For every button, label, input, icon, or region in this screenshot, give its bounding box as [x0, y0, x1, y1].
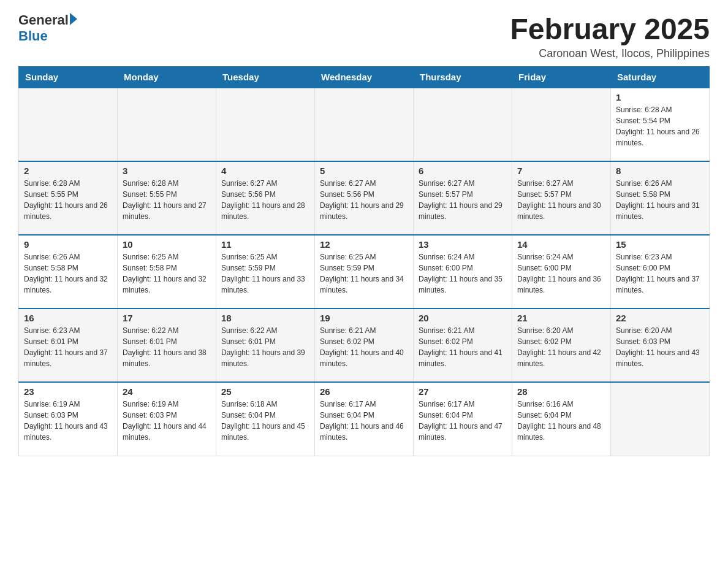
calendar-cell: 19Sunrise: 6:21 AMSunset: 6:02 PMDayligh… — [315, 308, 414, 382]
calendar-cell — [414, 88, 512, 161]
day-number: 21 — [517, 313, 605, 323]
day-info: Sunrise: 6:27 AMSunset: 5:56 PMDaylight:… — [320, 178, 408, 222]
calendar-cell: 17Sunrise: 6:22 AMSunset: 6:01 PMDayligh… — [118, 308, 216, 382]
day-number: 11 — [221, 239, 309, 250]
day-info: Sunrise: 6:27 AMSunset: 5:57 PMDaylight:… — [517, 178, 605, 222]
weekday-header-friday: Friday — [512, 67, 611, 88]
calendar-cell: 3Sunrise: 6:28 AMSunset: 5:55 PMDaylight… — [118, 161, 216, 235]
logo: General Blue — [18, 12, 77, 44]
day-number: 2 — [24, 166, 112, 176]
calendar-cell — [19, 88, 118, 161]
day-number: 19 — [320, 313, 408, 323]
day-info: Sunrise: 6:17 AMSunset: 6:04 PMDaylight:… — [320, 399, 408, 443]
calendar-cell: 7Sunrise: 6:27 AMSunset: 5:57 PMDaylight… — [512, 161, 611, 235]
calendar-cell: 2Sunrise: 6:28 AMSunset: 5:55 PMDaylight… — [19, 161, 118, 235]
weekday-header-row: SundayMondayTuesdayWednesdayThursdayFrid… — [19, 67, 710, 88]
calendar-cell: 27Sunrise: 6:17 AMSunset: 6:04 PMDayligh… — [414, 382, 512, 456]
day-number: 10 — [123, 239, 211, 250]
day-info: Sunrise: 6:22 AMSunset: 6:01 PMDaylight:… — [123, 325, 211, 369]
day-info: Sunrise: 6:18 AMSunset: 6:04 PMDaylight:… — [221, 399, 309, 443]
day-info: Sunrise: 6:25 AMSunset: 5:59 PMDaylight:… — [221, 251, 309, 296]
day-number: 13 — [419, 239, 507, 250]
day-info: Sunrise: 6:22 AMSunset: 6:01 PMDaylight:… — [221, 325, 309, 369]
calendar-cell: 10Sunrise: 6:25 AMSunset: 5:58 PMDayligh… — [118, 235, 216, 308]
day-number: 17 — [123, 313, 211, 323]
day-info: Sunrise: 6:23 AMSunset: 6:01 PMDaylight:… — [24, 325, 112, 369]
logo-arrow-icon — [70, 13, 77, 25]
weekday-header-sunday: Sunday — [19, 67, 118, 88]
day-number: 4 — [221, 166, 309, 176]
calendar-cell: 9Sunrise: 6:26 AMSunset: 5:58 PMDaylight… — [19, 235, 118, 308]
calendar-cell: 5Sunrise: 6:27 AMSunset: 5:56 PMDaylight… — [315, 161, 414, 235]
calendar-cell: 24Sunrise: 6:19 AMSunset: 6:03 PMDayligh… — [118, 382, 216, 456]
calendar-cell: 15Sunrise: 6:23 AMSunset: 6:00 PMDayligh… — [611, 235, 710, 308]
day-info: Sunrise: 6:27 AMSunset: 5:56 PMDaylight:… — [221, 178, 309, 222]
day-info: Sunrise: 6:24 AMSunset: 6:00 PMDaylight:… — [517, 251, 605, 296]
calendar-week-row: 16Sunrise: 6:23 AMSunset: 6:01 PMDayligh… — [19, 308, 710, 382]
calendar-cell: 13Sunrise: 6:24 AMSunset: 6:00 PMDayligh… — [414, 235, 512, 308]
day-number: 1 — [616, 92, 704, 102]
day-info: Sunrise: 6:28 AMSunset: 5:55 PMDaylight:… — [123, 178, 211, 222]
day-number: 7 — [517, 166, 605, 176]
calendar-cell: 28Sunrise: 6:16 AMSunset: 6:04 PMDayligh… — [512, 382, 611, 456]
weekday-header-tuesday: Tuesday — [216, 67, 315, 88]
day-number: 14 — [517, 239, 605, 250]
calendar-body: 1Sunrise: 6:28 AMSunset: 5:54 PMDaylight… — [19, 88, 710, 456]
calendar-cell: 25Sunrise: 6:18 AMSunset: 6:04 PMDayligh… — [216, 382, 315, 456]
day-number: 27 — [419, 386, 507, 397]
day-number: 8 — [616, 166, 704, 176]
day-number: 25 — [221, 386, 309, 397]
day-info: Sunrise: 6:20 AMSunset: 6:03 PMDaylight:… — [616, 325, 704, 369]
calendar-cell: 11Sunrise: 6:25 AMSunset: 5:59 PMDayligh… — [216, 235, 315, 308]
day-info: Sunrise: 6:19 AMSunset: 6:03 PMDaylight:… — [24, 399, 112, 443]
calendar-cell: 16Sunrise: 6:23 AMSunset: 6:01 PMDayligh… — [19, 308, 118, 382]
day-number: 23 — [24, 386, 112, 397]
day-number: 18 — [221, 313, 309, 323]
calendar-cell: 6Sunrise: 6:27 AMSunset: 5:57 PMDaylight… — [414, 161, 512, 235]
calendar-cell: 18Sunrise: 6:22 AMSunset: 6:01 PMDayligh… — [216, 308, 315, 382]
day-number: 26 — [320, 386, 408, 397]
calendar-cell: 8Sunrise: 6:26 AMSunset: 5:58 PMDaylight… — [611, 161, 710, 235]
logo-general-text: General — [18, 12, 69, 28]
page-header: General Blue February 2025 Caronoan West… — [18, 12, 710, 60]
calendar-cell: 22Sunrise: 6:20 AMSunset: 6:03 PMDayligh… — [611, 308, 710, 382]
calendar-cell — [315, 88, 414, 161]
page-title: February 2025 — [510, 12, 710, 46]
calendar-cell: 4Sunrise: 6:27 AMSunset: 5:56 PMDaylight… — [216, 161, 315, 235]
day-info: Sunrise: 6:20 AMSunset: 6:02 PMDaylight:… — [517, 325, 605, 369]
calendar-cell — [512, 88, 611, 161]
calendar-week-row: 2Sunrise: 6:28 AMSunset: 5:55 PMDaylight… — [19, 161, 710, 235]
day-number: 22 — [616, 313, 704, 323]
day-info: Sunrise: 6:16 AMSunset: 6:04 PMDaylight:… — [517, 399, 605, 443]
day-info: Sunrise: 6:28 AMSunset: 5:54 PMDaylight:… — [616, 104, 704, 148]
calendar-header: SundayMondayTuesdayWednesdayThursdayFrid… — [19, 67, 710, 88]
calendar-week-row: 1Sunrise: 6:28 AMSunset: 5:54 PMDaylight… — [19, 88, 710, 161]
page-subtitle: Caronoan West, Ilocos, Philippines — [510, 47, 710, 60]
day-number: 15 — [616, 239, 704, 250]
calendar-cell: 12Sunrise: 6:25 AMSunset: 5:59 PMDayligh… — [315, 235, 414, 308]
calendar-cell: 23Sunrise: 6:19 AMSunset: 6:03 PMDayligh… — [19, 382, 118, 456]
day-number: 12 — [320, 239, 408, 250]
day-info: Sunrise: 6:26 AMSunset: 5:58 PMDaylight:… — [24, 251, 112, 296]
calendar-cell: 20Sunrise: 6:21 AMSunset: 6:02 PMDayligh… — [414, 308, 512, 382]
weekday-header-saturday: Saturday — [611, 67, 710, 88]
calendar-cell — [216, 88, 315, 161]
weekday-header-wednesday: Wednesday — [315, 67, 414, 88]
day-info: Sunrise: 6:25 AMSunset: 5:58 PMDaylight:… — [123, 251, 211, 296]
logo-blue-text: Blue — [18, 28, 77, 44]
day-number: 16 — [24, 313, 112, 323]
calendar-cell: 26Sunrise: 6:17 AMSunset: 6:04 PMDayligh… — [315, 382, 414, 456]
day-number: 5 — [320, 166, 408, 176]
day-info: Sunrise: 6:26 AMSunset: 5:58 PMDaylight:… — [616, 178, 704, 222]
weekday-header-monday: Monday — [118, 67, 216, 88]
weekday-header-thursday: Thursday — [414, 67, 512, 88]
day-info: Sunrise: 6:28 AMSunset: 5:55 PMDaylight:… — [24, 178, 112, 222]
day-number: 28 — [517, 386, 605, 397]
day-number: 24 — [123, 386, 211, 397]
calendar-cell — [118, 88, 216, 161]
title-block: February 2025 Caronoan West, Ilocos, Phi… — [510, 12, 710, 60]
day-info: Sunrise: 6:21 AMSunset: 6:02 PMDaylight:… — [320, 325, 408, 369]
calendar-table: SundayMondayTuesdayWednesdayThursdayFrid… — [18, 66, 710, 456]
calendar-cell — [611, 382, 710, 456]
calendar-week-row: 23Sunrise: 6:19 AMSunset: 6:03 PMDayligh… — [19, 382, 710, 456]
